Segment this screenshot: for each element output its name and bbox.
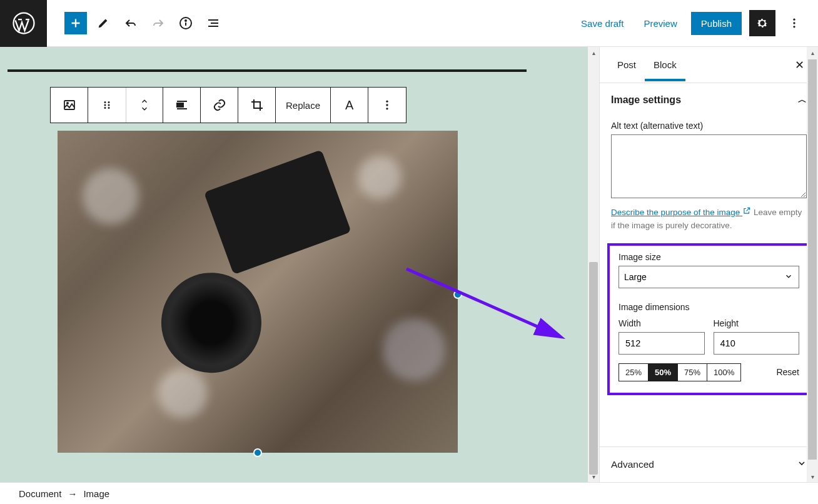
separator-block[interactable] (8, 69, 527, 72)
width-input[interactable] (619, 332, 705, 355)
svg-point-4 (793, 19, 795, 21)
svg-point-10 (108, 101, 110, 103)
svg-point-5 (793, 22, 795, 24)
svg-point-18 (386, 108, 388, 109)
chevron-down-icon (797, 458, 807, 471)
replace-button[interactable]: Replace (276, 88, 331, 123)
image-size-label: Image size (619, 252, 799, 262)
width-label: Width (619, 318, 705, 328)
scroll-down-icon[interactable]: ▾ (807, 471, 818, 482)
svg-point-13 (104, 107, 106, 109)
link-button[interactable] (201, 88, 238, 123)
breadcrumb-root[interactable]: Document (19, 488, 61, 499)
crop-button[interactable] (238, 88, 276, 123)
image-settings-header[interactable]: Image settings ︿ (611, 92, 807, 114)
describe-purpose-link[interactable]: Describe the purpose of the image (611, 208, 751, 217)
alt-help-text: Describe the purpose of the image Leave … (611, 206, 807, 232)
edit-mode-button[interactable] (92, 12, 114, 34)
reset-button[interactable]: Reset (776, 367, 799, 377)
move-up-down-buttons[interactable] (126, 88, 163, 123)
scroll-up-icon[interactable]: ▴ (807, 47, 818, 58)
redo-button[interactable] (147, 12, 169, 34)
alt-text-label: Alt text (alternative text) (611, 121, 807, 131)
percent-button-group: 25% 50% 75% 100% (619, 363, 741, 381)
sidebar-tabs: Post Block ✕ (600, 47, 818, 83)
svg-point-12 (108, 104, 110, 106)
scroll-up-icon[interactable]: ▴ (588, 47, 599, 58)
add-block-button[interactable] (64, 12, 87, 34)
svg-point-16 (386, 101, 388, 103)
height-input[interactable] (714, 332, 800, 355)
preview-button[interactable]: Preview (637, 13, 683, 34)
editor-canvas[interactable]: Replace A (0, 47, 599, 482)
save-draft-button[interactable]: Save draft (575, 13, 630, 34)
settings-button[interactable] (749, 10, 775, 36)
drag-handle-icon[interactable] (88, 88, 126, 123)
tab-post[interactable]: Post (608, 48, 645, 81)
editor-topbar: Save draft Preview Publish (0, 0, 818, 47)
undo-button[interactable] (119, 12, 142, 34)
percent-100-button[interactable]: 100% (707, 364, 740, 381)
percent-25-button[interactable]: 25% (619, 364, 649, 381)
advanced-panel-toggle[interactable]: Advanced (600, 446, 818, 482)
percent-50-button[interactable]: 50% (649, 364, 678, 381)
alt-text-input[interactable] (611, 134, 807, 198)
svg-point-3 (185, 20, 186, 21)
info-button[interactable] (174, 12, 197, 34)
canvas-scrollbar[interactable]: ▴ ▾ (588, 47, 599, 482)
typography-button[interactable]: A (331, 88, 368, 123)
publish-button[interactable]: Publish (691, 12, 742, 35)
scroll-thumb[interactable] (808, 59, 817, 460)
align-button[interactable] (163, 88, 201, 123)
image-size-select[interactable]: Large (619, 266, 799, 288)
image-settings-title: Image settings (611, 94, 681, 106)
resize-handle-right[interactable] (453, 290, 462, 299)
outline-button[interactable] (202, 12, 225, 34)
scroll-down-icon[interactable]: ▾ (588, 471, 599, 482)
more-options-button[interactable] (783, 10, 805, 36)
image-block[interactable] (58, 131, 458, 453)
percent-row: 25% 50% 75% 100% Reset (619, 363, 799, 381)
tab-block[interactable]: Block (645, 48, 685, 81)
sidebar-scrollbar[interactable]: ▴ ▾ (807, 47, 818, 482)
svg-point-17 (386, 104, 388, 106)
height-label: Height (714, 318, 800, 328)
block-more-button[interactable] (368, 88, 406, 123)
wordpress-logo[interactable] (0, 0, 47, 47)
image-dimensions-label: Image dimensions (619, 302, 799, 312)
editor-main: Replace A (0, 47, 818, 482)
breadcrumb: Document → Image (0, 482, 818, 504)
svg-point-11 (104, 104, 106, 106)
toolbar-left (47, 12, 225, 34)
resize-handle-bottom[interactable] (253, 448, 262, 457)
block-type-icon[interactable] (51, 88, 88, 123)
svg-point-9 (104, 101, 106, 103)
advanced-label: Advanced (611, 459, 654, 470)
image-size-highlight-box: Image size Large Image dimensions Width (607, 243, 810, 395)
block-toolbar: Replace A (50, 87, 406, 123)
chevron-up-icon: ︿ (798, 94, 807, 106)
svg-point-6 (793, 26, 795, 28)
percent-75-button[interactable]: 75% (678, 364, 707, 381)
breadcrumb-leaf[interactable]: Image (83, 488, 109, 499)
image-content (58, 131, 458, 453)
settings-sidebar: Post Block ✕ Image settings ︿ Alt text (… (599, 47, 818, 482)
breadcrumb-separator-icon: → (68, 488, 77, 499)
svg-point-14 (108, 107, 110, 109)
scroll-thumb[interactable] (589, 262, 598, 475)
svg-point-8 (66, 103, 68, 104)
external-link-icon (742, 206, 751, 219)
svg-rect-15 (177, 103, 183, 107)
toolbar-right: Save draft Preview Publish (575, 10, 818, 36)
sidebar-body: Image settings ︿ Alt text (alternative t… (600, 83, 818, 446)
